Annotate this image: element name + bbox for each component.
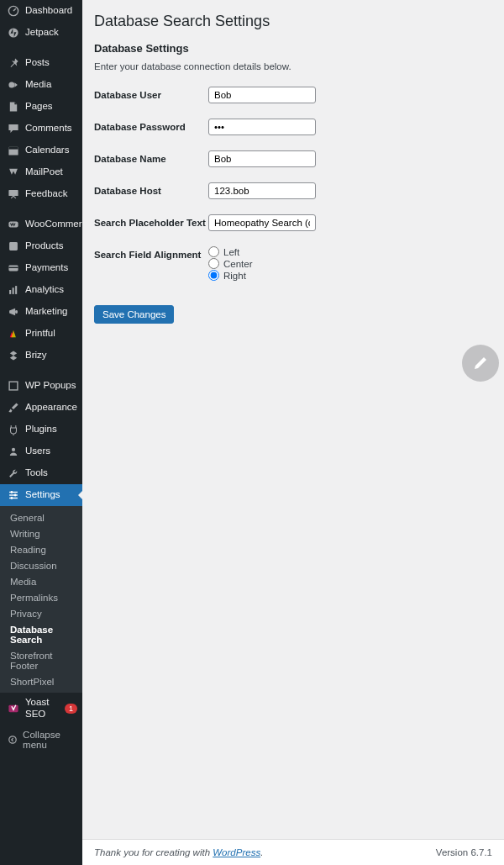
megaphone-icon <box>7 305 20 319</box>
user-icon <box>7 445 20 458</box>
sidebar-item-label: Analytics <box>25 284 64 296</box>
media-icon <box>7 78 20 92</box>
main-content: Database Search Settings Database Settin… <box>82 0 504 865</box>
submenu-reading[interactable]: Reading <box>0 541 82 557</box>
sidebar-item-calendars[interactable]: Calendars <box>0 140 82 161</box>
input-placeholder[interactable] <box>208 214 316 231</box>
svg-rect-5 <box>8 190 18 196</box>
sidebar-item-label: Dashboard <box>25 5 72 17</box>
radio-left-label: Left <box>223 247 239 257</box>
sidebar-item-jetpack[interactable]: Jetpack <box>0 22 82 44</box>
input-db-host[interactable] <box>208 182 316 199</box>
submenu-writing[interactable]: Writing <box>0 525 82 541</box>
sidebar-item-posts[interactable]: Posts <box>0 52 82 74</box>
sidebar-item-tools[interactable]: Tools <box>0 462 82 484</box>
calendar-icon <box>7 144 20 157</box>
save-button[interactable]: Save Changes <box>94 305 174 324</box>
input-db-user[interactable] <box>208 87 316 103</box>
sidebar-item-printful[interactable]: Printful <box>0 323 82 345</box>
collapse-icon <box>7 733 18 746</box>
svg-point-15 <box>12 448 15 451</box>
page-icon <box>7 100 20 113</box>
sidebar-item-wp-popups[interactable]: WP Popups <box>0 375 82 397</box>
sidebar-item-media[interactable]: Media <box>0 74 82 96</box>
dashboard-icon <box>7 4 20 18</box>
popup-icon <box>7 379 20 393</box>
sidebar-item-label: Users <box>25 446 50 457</box>
sidebar-item-label: Plugins <box>25 424 57 435</box>
row-db-password: Database Password <box>94 119 492 135</box>
sidebar-item-analytics[interactable]: Analytics <box>0 279 82 301</box>
svg-rect-14 <box>9 382 18 390</box>
sidebar-item-label: Jetpack <box>25 27 59 39</box>
sidebar-item-label: Settings <box>25 489 60 501</box>
sidebar-item-payments[interactable]: Payments <box>0 257 82 279</box>
wordpress-link[interactable]: WordPress <box>213 847 260 857</box>
input-db-password[interactable] <box>208 119 316 135</box>
svg-rect-4 <box>8 147 18 150</box>
section-intro: Enter your database connection details b… <box>94 61 492 71</box>
sidebar-item-label: Pages <box>25 101 53 113</box>
sidebar-item-label: Printful <box>25 328 55 340</box>
submenu-database-search[interactable]: Database Search <box>0 621 82 647</box>
sidebar-item-mailpoet[interactable]: MailPoet <box>0 161 82 183</box>
sidebar-item-label: Yoast SEO <box>25 697 61 720</box>
sidebar-item-label: Products <box>25 240 63 252</box>
sidebar-item-appearance[interactable]: Appearance <box>0 397 82 419</box>
svg-rect-13 <box>15 310 18 314</box>
submenu-general[interactable]: General <box>0 509 82 525</box>
radio-center-label: Center <box>223 259 253 269</box>
row-db-host: Database Host <box>94 182 492 199</box>
sidebar-item-pages[interactable]: Pages <box>0 96 82 118</box>
sidebar-item-brizy[interactable]: Brizy <box>0 345 82 367</box>
radio-left[interactable] <box>208 246 219 257</box>
sidebar-item-label: MailPoet <box>25 166 63 178</box>
input-db-name[interactable] <box>208 150 316 167</box>
sidebar-separator <box>0 46 82 50</box>
settings-submenu: General Writing Reading Discussion Media… <box>0 506 82 693</box>
wrench-icon <box>7 467 20 480</box>
svg-point-23 <box>8 736 15 742</box>
sidebar-item-users[interactable]: Users <box>0 440 82 462</box>
sidebar-item-dashboard[interactable]: Dashboard <box>0 0 82 22</box>
pin-icon <box>7 56 20 70</box>
sidebar-item-label: Comments <box>25 123 72 134</box>
submenu-privacy[interactable]: Privacy <box>0 605 82 621</box>
payments-icon <box>7 261 20 275</box>
settings-icon <box>7 488 20 502</box>
sidebar-item-products[interactable]: Products <box>0 235 82 257</box>
woocommerce-icon <box>7 218 20 231</box>
svg-point-1 <box>8 28 18 37</box>
label-placeholder: Search Placeholder Text <box>94 214 208 228</box>
sidebar-item-woocommerce[interactable]: WooCommerce <box>0 214 82 235</box>
submenu-permalinks[interactable]: Permalinks <box>0 589 82 605</box>
label-db-user: Database User <box>94 87 208 100</box>
sidebar-item-marketing[interactable]: Marketing <box>0 301 82 323</box>
feedback-icon <box>7 187 20 201</box>
sidebar-item-label: Feedback <box>25 188 68 200</box>
yoast-icon <box>7 702 20 715</box>
radio-center[interactable] <box>208 258 219 269</box>
jetpack-icon <box>7 26 20 40</box>
sidebar-item-plugins[interactable]: Plugins <box>0 419 82 440</box>
update-badge: 1 <box>65 704 77 714</box>
submenu-storefront-footer[interactable]: Storefront Footer <box>0 647 82 673</box>
sidebar-item-settings[interactable]: Settings <box>0 484 82 506</box>
edit-fab[interactable] <box>462 345 499 382</box>
footer-version: Version 6.7.1 <box>436 847 492 857</box>
collapse-menu[interactable]: Collapse menu <box>0 725 82 755</box>
sidebar-item-yoast[interactable]: Yoast SEO 1 <box>0 693 82 725</box>
products-icon <box>7 240 20 253</box>
label-db-password: Database Password <box>94 119 208 132</box>
svg-rect-11 <box>13 287 14 294</box>
svg-rect-9 <box>8 267 18 268</box>
submenu-discussion[interactable]: Discussion <box>0 557 82 573</box>
sidebar-item-comments[interactable]: Comments <box>0 118 82 140</box>
svg-rect-12 <box>15 286 17 294</box>
sidebar-item-feedback[interactable]: Feedback <box>0 183 82 205</box>
radio-right[interactable] <box>208 270 219 281</box>
svg-rect-7 <box>9 242 18 251</box>
admin-footer: Thank you for creating with WordPress. V… <box>82 839 504 865</box>
submenu-shortpixel[interactable]: ShortPixel <box>0 673 82 689</box>
submenu-media[interactable]: Media <box>0 573 82 589</box>
